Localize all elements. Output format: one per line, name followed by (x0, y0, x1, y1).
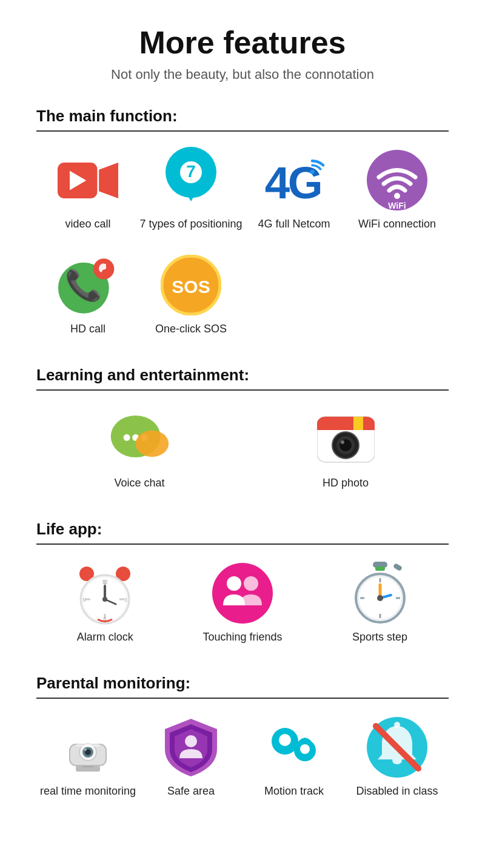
svg-point-65 (84, 749, 87, 751)
video-call-icon (58, 150, 118, 210)
4g-icon: 4G (264, 150, 324, 210)
svg-point-45 (227, 576, 241, 591)
hd-photo-icon (315, 409, 376, 469)
sports-step-label: Sports step (352, 631, 407, 644)
svg-rect-23 (317, 424, 375, 430)
svg-point-28 (341, 440, 344, 444)
feature-sports-step: Sports step (311, 563, 449, 644)
motion-track-icon (264, 717, 324, 778)
disabled-class-icon (367, 717, 427, 778)
svg-point-66 (76, 742, 100, 747)
section-parental-title: Parental monitoring: (36, 674, 449, 699)
hd-call-icon: 📞 (58, 255, 118, 315)
svg-text:12: 12 (102, 579, 108, 585)
learning-grid: Voice chat HD photo (36, 409, 449, 502)
wifi-label: WiFi connection (358, 218, 436, 230)
feature-touch-friends: Touching friends (174, 563, 312, 644)
feature-wifi: WiFi WiFi connection (346, 150, 449, 230)
svg-point-9 (394, 193, 400, 199)
svg-text:9: 9 (83, 597, 86, 603)
feature-positioning: 7 7 types of positioning (139, 150, 242, 230)
section-life-app-title: Life app: (36, 520, 449, 545)
section-parental: Parental monitoring: (0, 674, 485, 828)
alarm-clock-icon: 12 3 6 9 (75, 563, 135, 624)
motion-track-label: Motion track (264, 785, 324, 798)
safe-area-icon (161, 717, 221, 778)
video-call-label: video call (65, 218, 110, 230)
svg-point-71 (300, 744, 310, 754)
hd-photo-label: HD photo (323, 477, 369, 490)
svg-point-20 (136, 430, 169, 457)
feature-sos: SOS One-click SOS (139, 255, 242, 335)
touch-friends-label: Touching friends (202, 631, 282, 644)
svg-point-44 (212, 563, 273, 624)
voice-chat-icon (109, 409, 170, 469)
section-main-function: The main function: video call (0, 107, 485, 366)
wifi-icon: WiFi (367, 150, 427, 210)
svg-text:WiFi: WiFi (388, 201, 406, 210)
feature-alarm-clock: 12 3 6 9 Alarm clock (36, 563, 174, 644)
feature-motion-track: Motion track (242, 717, 346, 798)
positioning-icon: 7 (161, 150, 221, 210)
parental-grid: real time monitoring Safe area (36, 717, 449, 810)
svg-text:3: 3 (124, 597, 127, 603)
feature-hd-photo: HD photo (242, 409, 449, 490)
svg-point-17 (124, 434, 130, 440)
sos-icon: SOS (161, 255, 221, 315)
svg-point-39 (102, 597, 107, 602)
svg-text:7: 7 (186, 162, 196, 181)
safe-area-label: Safe area (167, 785, 215, 798)
disabled-class-label: Disabled in class (356, 785, 438, 798)
4g-label: 4G full Netcom (258, 218, 330, 230)
feature-hd-call: 📞 HD call (36, 255, 139, 335)
alarm-clock-label: Alarm clock (77, 631, 133, 644)
svg-rect-24 (353, 417, 363, 430)
feature-video-call: video call (36, 150, 139, 230)
svg-marker-1 (99, 162, 118, 198)
life-app-grid: 12 3 6 9 Alarm clock (36, 563, 449, 656)
sports-step-icon (350, 563, 410, 624)
feature-safe-area: Safe area (139, 717, 242, 798)
svg-point-67 (185, 735, 197, 747)
svg-rect-58 (375, 567, 385, 571)
touch-friends-icon (212, 563, 273, 624)
page-title: More features (0, 24, 485, 61)
svg-point-7 (310, 170, 314, 174)
sos-label: One-click SOS (155, 323, 227, 335)
feature-4g: 4G 4G full Netcom (242, 150, 346, 230)
feature-voice-chat: Voice chat (36, 409, 242, 490)
positioning-label: 7 types of positioning (139, 218, 242, 230)
section-main-function-title: The main function: (36, 107, 449, 132)
svg-rect-48 (393, 563, 403, 571)
feature-disabled-class: Disabled in class (346, 717, 449, 798)
svg-text:SOS: SOS (172, 277, 210, 297)
section-learning: Learning and entertainment: Voice chat (0, 366, 485, 520)
main-function-grid: video call 7 7 types of positioning 4G (36, 150, 449, 348)
realtime-monitoring-label: real time monitoring (40, 785, 136, 798)
section-life-app: Life app: (0, 520, 485, 674)
page-subtitle: Not only the beauty, but also the connot… (0, 67, 485, 82)
hd-call-label: HD call (70, 323, 105, 335)
svg-point-73 (394, 722, 400, 728)
realtime-monitoring-icon (58, 717, 118, 778)
svg-point-46 (244, 576, 258, 591)
voice-chat-label: Voice chat (114, 477, 164, 490)
section-learning-title: Learning and entertainment: (36, 366, 449, 391)
svg-point-69 (279, 734, 291, 746)
feature-realtime-monitoring: real time monitoring (36, 717, 139, 798)
svg-point-57 (377, 595, 383, 601)
